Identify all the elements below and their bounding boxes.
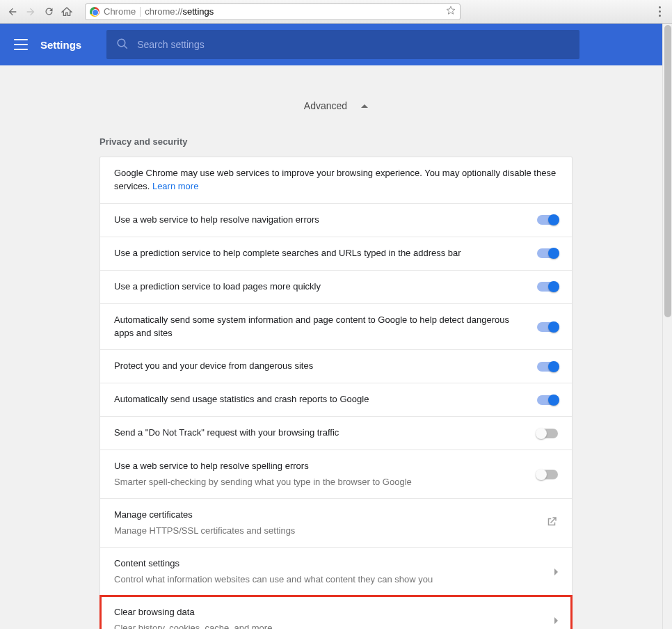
row-title: Content settings (114, 557, 546, 571)
row-title: Use a web service to help resolve naviga… (114, 214, 529, 227)
toggle-nav-errors[interactable] (537, 215, 558, 225)
row-subtitle: Manage HTTPS/SSL certificates and settin… (114, 525, 537, 537)
row-spellcheck: Use a web service to help resolve spelli… (100, 449, 572, 498)
row-safe-browsing: Protect you and your device from dangero… (100, 349, 572, 383)
toggle-do-not-track[interactable] (537, 429, 558, 438)
hamburger-menu-icon[interactable] (14, 39, 28, 50)
row-subtitle: Control what information websites can us… (114, 573, 546, 586)
intro-row: Google Chrome may use web services to im… (100, 157, 572, 203)
toolbar-tray (659, 6, 666, 17)
advanced-toggle[interactable]: Advanced (304, 100, 368, 111)
row-clear-browsing-data[interactable]: Clear browsing data Clear history, cooki… (100, 596, 572, 629)
search-icon (116, 38, 129, 52)
chevron-right-icon (554, 568, 558, 575)
toggle-auto-detect[interactable] (537, 322, 558, 332)
row-title: Use a web service to help resolve spelli… (114, 460, 529, 473)
row-prediction-search: Use a prediction service to help complet… (100, 237, 572, 270)
toggle-usage-stats[interactable] (537, 395, 558, 405)
row-title: Send a "Do Not Track" request with your … (114, 427, 529, 440)
chrome-icon (90, 7, 99, 17)
toggle-safe-browsing[interactable] (537, 362, 558, 372)
url-separator (140, 7, 141, 17)
external-link-icon (545, 516, 558, 530)
address-bar[interactable]: Chrome chrome://settings (85, 3, 461, 20)
url-text: chrome://settings (145, 6, 214, 17)
bookmark-star-icon[interactable] (446, 6, 456, 17)
chevron-up-icon (361, 104, 368, 108)
row-title: Protect you and your device from dangero… (114, 360, 529, 373)
scrollbar[interactable] (662, 24, 672, 629)
reload-button[interactable] (42, 5, 56, 19)
row-nav-errors: Use a web service to help resolve naviga… (100, 203, 572, 237)
learn-more-link[interactable]: Learn more (152, 181, 198, 191)
intro-text: Google Chrome may use web services to im… (114, 167, 558, 193)
row-subtitle: Clear history, cookies, cache, and more (114, 622, 546, 629)
row-do-not-track: Send a "Do Not Track" request with your … (100, 416, 572, 449)
row-manage-certificates[interactable]: Manage certificates Manage HTTPS/SSL cer… (100, 498, 572, 547)
privacy-card: Google Chrome may use web services to im… (99, 157, 573, 629)
row-prediction-pages: Use a prediction service to load pages m… (100, 270, 572, 303)
main-content: Advanced Privacy and security Google Chr… (0, 65, 672, 629)
toggle-prediction-pages[interactable] (537, 282, 558, 292)
toggle-spellcheck[interactable] (537, 470, 558, 479)
page-title: Settings (40, 39, 81, 51)
forward-button[interactable] (24, 5, 38, 19)
row-title: Clear browsing data (114, 606, 546, 619)
url-scheme-label: Chrome (104, 6, 136, 17)
settings-search[interactable]: Search settings (106, 30, 579, 59)
row-title: Use a prediction service to help complet… (114, 247, 529, 260)
browser-toolbar: Chrome chrome://settings (0, 0, 672, 24)
row-content-settings[interactable]: Content settings Control what informatio… (100, 547, 572, 596)
row-auto-detect: Automatically send some system informati… (100, 303, 572, 350)
toggle-prediction-search[interactable] (537, 248, 558, 258)
row-title: Automatically send usage statistics and … (114, 393, 529, 406)
row-title: Use a prediction service to load pages m… (114, 280, 529, 294)
home-button[interactable] (60, 5, 74, 19)
advanced-label: Advanced (304, 100, 347, 111)
back-button[interactable] (6, 5, 19, 19)
row-subtitle: Smarter spell-checking by sending what y… (114, 476, 529, 488)
scrollbar-thumb[interactable] (664, 25, 671, 317)
overflow-menu-icon[interactable] (659, 6, 661, 17)
row-title: Manage certificates (114, 509, 537, 522)
search-placeholder: Search settings (137, 39, 205, 50)
row-title: Automatically send some system informati… (114, 314, 529, 340)
row-usage-stats: Automatically send usage statistics and … (100, 383, 572, 416)
chevron-right-icon (554, 617, 558, 624)
settings-header: Settings Search settings (0, 24, 672, 65)
section-heading: Privacy and security (99, 136, 573, 147)
